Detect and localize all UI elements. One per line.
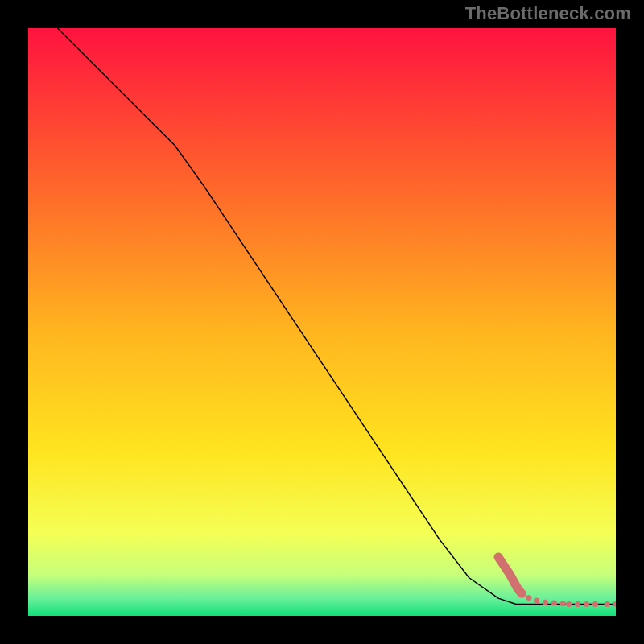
trail-dot bbox=[506, 571, 514, 579]
watermark-label: TheBottleneck.com bbox=[465, 3, 631, 24]
trail-dot bbox=[494, 553, 502, 561]
trail-dot bbox=[605, 601, 610, 607]
trail-dot bbox=[534, 598, 539, 604]
chart-svg bbox=[28, 28, 616, 616]
trail-dot bbox=[518, 589, 526, 597]
trail-dot bbox=[560, 601, 566, 606]
chart-stage: TheBottleneck.com bbox=[0, 0, 644, 644]
trail-dot bbox=[566, 601, 572, 607]
trail-dot bbox=[543, 600, 548, 605]
trail-dot bbox=[551, 600, 557, 605]
trail-dot bbox=[526, 595, 532, 601]
trail-dot bbox=[584, 601, 589, 607]
plot-area bbox=[28, 28, 616, 616]
gradient-background bbox=[28, 28, 616, 616]
trail-dot bbox=[592, 601, 598, 607]
trail-dot bbox=[575, 601, 580, 607]
trail-dot bbox=[500, 562, 508, 570]
